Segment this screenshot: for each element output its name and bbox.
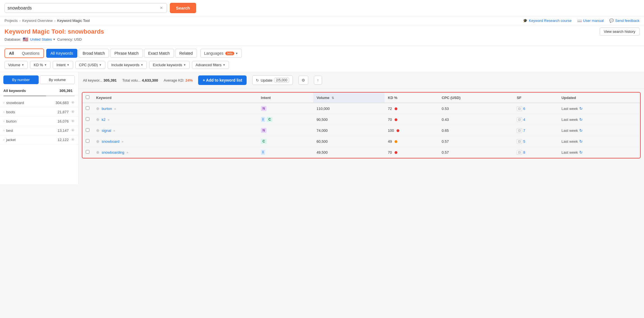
row-checkbox[interactable] — [86, 128, 89, 132]
cpc-cell: 0.57 — [438, 136, 513, 147]
keyword-cell: ⊕ signal » — [93, 125, 258, 136]
tab-all-keywords[interactable]: All Keywords — [46, 49, 77, 58]
intent-badge-i: I — [261, 150, 265, 155]
chat-icon: 💬 — [609, 19, 614, 23]
view-history-button[interactable]: View search history — [600, 27, 640, 36]
settings-button[interactable]: ⚙ — [298, 76, 308, 85]
exclude-keywords-filter[interactable]: Exclude keywords ▼ — [149, 61, 190, 69]
eye-icon: 👁 — [71, 100, 75, 105]
row-checkbox[interactable] — [86, 106, 89, 110]
stat-keywords: All keywor... 305,391 — [83, 78, 117, 82]
search-input[interactable] — [8, 6, 159, 11]
kw-research-course-link[interactable]: 🎓 Keyword Research course — [523, 19, 571, 23]
export-button[interactable]: ↑ — [314, 76, 322, 85]
breadcrumb-keyword-overview[interactable]: Keyword Overview — [22, 19, 52, 23]
chevron-down-icon: ▼ — [53, 38, 55, 41]
send-feedback-link[interactable]: 💬 Send feedback — [609, 19, 640, 23]
refresh-icon[interactable]: ↻ — [579, 106, 583, 111]
include-keywords-filter[interactable]: Include keywords ▼ — [108, 61, 147, 69]
keyword-link[interactable]: signal — [102, 128, 111, 133]
stat-volume-label: Total volu... — [122, 78, 141, 82]
tab-questions[interactable]: Questions — [18, 49, 43, 57]
country-link[interactable]: United States ▼ — [30, 37, 55, 42]
sf-cell: ⊡ 7 — [513, 125, 558, 136]
keyword-link[interactable]: burton — [102, 107, 112, 111]
sf-count[interactable]: 5 — [523, 139, 525, 144]
keyword-link[interactable]: k2 — [102, 117, 106, 122]
cpc-filter[interactable]: CPC (USD) ▼ — [75, 61, 105, 69]
row-checkbox[interactable] — [86, 150, 89, 154]
update-count-badge: 2/5,000 — [274, 78, 289, 83]
th-volume[interactable]: Volume ⇅ — [313, 93, 385, 103]
sf-count[interactable]: 7 — [523, 128, 525, 133]
th-sf: SF — [513, 93, 558, 103]
update-button[interactable]: ↻ Update 2/5,000 — [252, 75, 293, 85]
cpc-cell: 0.65 — [438, 125, 513, 136]
sort-by-volume-button[interactable]: By volume — [40, 75, 75, 84]
stat-kd-value: 24% — [185, 78, 193, 82]
table-row: ⊕ k2 » I C 90,500 70 — [82, 114, 640, 125]
list-item[interactable]: › burton 16,076 👁 — [0, 117, 78, 126]
refresh-icon[interactable]: ↻ — [579, 128, 583, 133]
kd-filter[interactable]: KD % ▼ — [30, 61, 50, 69]
breadcrumb-projects[interactable]: Projects — [4, 19, 18, 23]
sf-icon: ⊡ — [517, 106, 522, 111]
intent-filter[interactable]: Intent ▼ — [53, 61, 73, 69]
tab-broad-match[interactable]: Broad Match — [78, 49, 109, 58]
tab-all[interactable]: All — [5, 49, 18, 57]
tab-exact-match[interactable]: Exact Match — [144, 49, 174, 58]
sf-count[interactable]: 6 — [523, 107, 525, 111]
clear-button[interactable]: × — [159, 5, 164, 11]
tab-related[interactable]: Related — [175, 49, 197, 58]
tab-phrase-match[interactable]: Phrase Match — [110, 49, 143, 58]
refresh-icon[interactable]: ↻ — [579, 139, 583, 144]
refresh-icon[interactable]: ↻ — [579, 150, 583, 155]
add-icon: ⊕ — [96, 139, 99, 144]
add-icon: ⊕ — [96, 117, 99, 122]
list-item[interactable]: › snowboard 304,683 👁 — [0, 98, 78, 107]
sf-count[interactable]: 4 — [523, 117, 525, 122]
kd-dot — [395, 151, 397, 154]
row-checkbox[interactable] — [86, 117, 89, 121]
add-to-keyword-list-button[interactable]: + Add to keyword list — [198, 75, 247, 85]
search-button[interactable]: Search — [170, 3, 196, 13]
chevron-down-icon: ▼ — [21, 63, 24, 66]
list-item[interactable]: › boots 21,877 👁 — [0, 107, 78, 117]
select-all-checkbox[interactable] — [86, 95, 89, 99]
sf-cell: ⊡ 5 — [513, 136, 558, 147]
languages-button[interactable]: Languages beta ▼ — [200, 49, 242, 58]
advanced-filters-filter[interactable]: Advanced filters ▼ — [192, 61, 229, 69]
keyword-link[interactable]: snowboard — [102, 139, 120, 144]
filters-bar: All Questions All Keywords Broad Match P… — [0, 46, 644, 72]
user-manual-link[interactable]: 📖 User manual — [577, 19, 604, 23]
keyword-cell: ⊕ burton » — [93, 103, 258, 114]
flag-icon: 🇺🇸 — [23, 37, 28, 42]
kd-cell: 70 — [384, 114, 438, 125]
sidebar-all-keywords[interactable]: All keywords 305,391 — [0, 86, 78, 95]
stat-keywords-value: 305,391 — [103, 78, 117, 82]
kd-dot — [397, 129, 399, 132]
top-links: 🎓 Keyword Research course 📖 User manual … — [523, 19, 640, 23]
row-checkbox[interactable] — [86, 139, 89, 143]
eye-icon: 👁 — [71, 128, 75, 133]
list-item[interactable]: › jacket 12,122 👁 — [0, 135, 78, 144]
sort-by-number-button[interactable]: By number — [3, 75, 39, 84]
sidebar-item-count: 13,147 — [57, 128, 69, 133]
sidebar-item-count: 304,683 — [55, 101, 69, 105]
keyword-link[interactable]: snowboarding — [102, 150, 124, 155]
sf-icon: ⊡ — [517, 128, 522, 133]
intent-badge-i: I — [261, 117, 265, 122]
sidebar-all-keywords-count: 305,391 — [59, 89, 73, 93]
kd-cell: 49 — [384, 136, 438, 147]
sf-cell: ⊡ 4 — [513, 114, 558, 125]
database-row: Database: 🇺🇸 United States ▼ Currency: U… — [4, 37, 640, 42]
tab-group-bordered: All Questions — [4, 49, 44, 58]
eye-icon: 👁 — [71, 110, 75, 114]
refresh-icon[interactable]: ↻ — [579, 117, 583, 122]
sf-count[interactable]: 8 — [523, 150, 525, 155]
row-checkbox-cell — [82, 136, 93, 147]
sf-cell: ⊡ 8 — [513, 147, 558, 158]
sidebar-item-label: snowboard — [6, 101, 55, 105]
list-item[interactable]: › best 13,147 👁 — [0, 126, 78, 135]
volume-filter[interactable]: Volume ▼ — [4, 61, 28, 69]
